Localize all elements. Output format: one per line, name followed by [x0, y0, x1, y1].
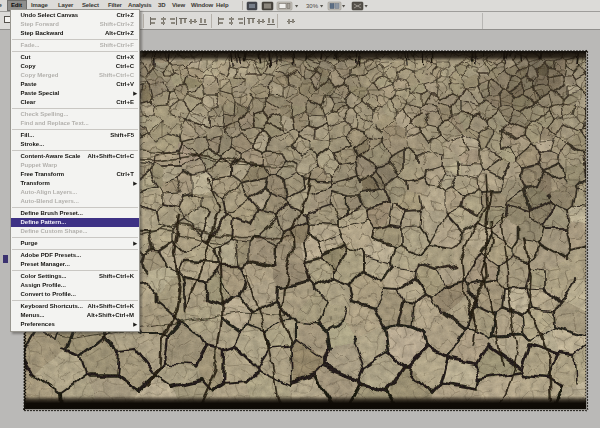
svg-text:30%: 30%: [306, 3, 319, 9]
